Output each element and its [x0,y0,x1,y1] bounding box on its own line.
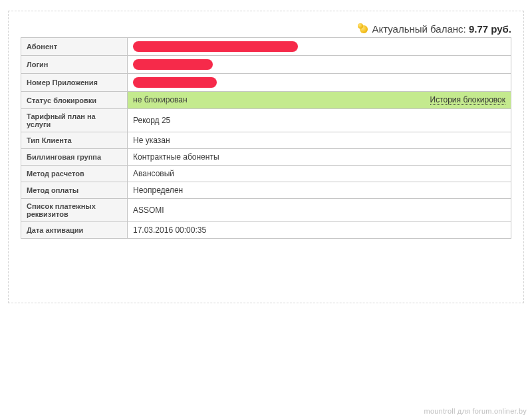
value-app-no [128,74,511,92]
label-client-type: Тип Клиента [21,132,128,149]
value-pay-method: Неопределен [128,182,511,199]
row-bill-group: Биллинговая группа Контрактные абоненты [21,149,511,166]
account-panel: Актуальный баланс: 9.77 руб. Абонент Лог… [8,11,524,303]
label-login: Логин [21,56,128,74]
value-activation: 17.03.2016 00:00:35 [128,222,511,239]
label-activation: Дата активации [21,222,128,239]
redacted-subscriber [133,41,298,52]
label-pay-method: Метод оплаты [21,182,128,199]
value-block-status: не блокирован История блокировок [128,92,511,109]
row-app-no: Номер Приложения [21,74,511,92]
label-block-status: Статус блокировки [21,92,128,109]
balance-bar: Актуальный баланс: 9.77 руб. [21,23,511,35]
value-subscriber [128,38,511,56]
block-history-link[interactable]: История блокировок [430,95,505,105]
label-pay-details: Список платежных реквизитов [21,199,128,222]
label-tariff: Тарифный план на услуги [21,109,128,132]
row-subscriber: Абонент [21,38,511,56]
redacted-app-no [133,77,217,88]
value-client-type: Не указан [128,132,511,149]
label-subscriber: Абонент [21,38,128,56]
watermark: mountroll для forum.onliner.by [424,407,527,415]
label-app-no: Номер Приложения [21,74,128,92]
account-info-table: Абонент Логин Номер Приложения Статус бл… [21,37,511,239]
row-activation: Дата активации 17.03.2016 00:00:35 [21,222,511,239]
redacted-login [133,59,213,70]
value-tariff: Рекорд 25 [128,109,511,132]
value-pay-details: ASSOMI [128,199,511,222]
row-pay-details: Список платежных реквизитов ASSOMI [21,199,511,222]
label-bill-group: Биллинговая группа [21,149,128,166]
value-calc-method: Авансовый [128,166,511,182]
block-status-text: не блокирован [133,95,188,104]
row-pay-method: Метод оплаты Неопределен [21,182,511,199]
row-calc-method: Метод расчетов Авансовый [21,166,511,182]
label-calc-method: Метод расчетов [21,166,128,182]
value-bill-group: Контрактные абоненты [128,149,511,166]
coins-icon [360,25,368,33]
value-login [128,56,511,74]
row-login: Логин [21,56,511,74]
balance-amount: 9.77 руб. [469,23,511,35]
row-block-status: Статус блокировки не блокирован История … [21,92,511,109]
balance-label: Актуальный баланс: [372,23,466,35]
row-tariff: Тарифный план на услуги Рекорд 25 [21,109,511,132]
row-client-type: Тип Клиента Не указан [21,132,511,149]
